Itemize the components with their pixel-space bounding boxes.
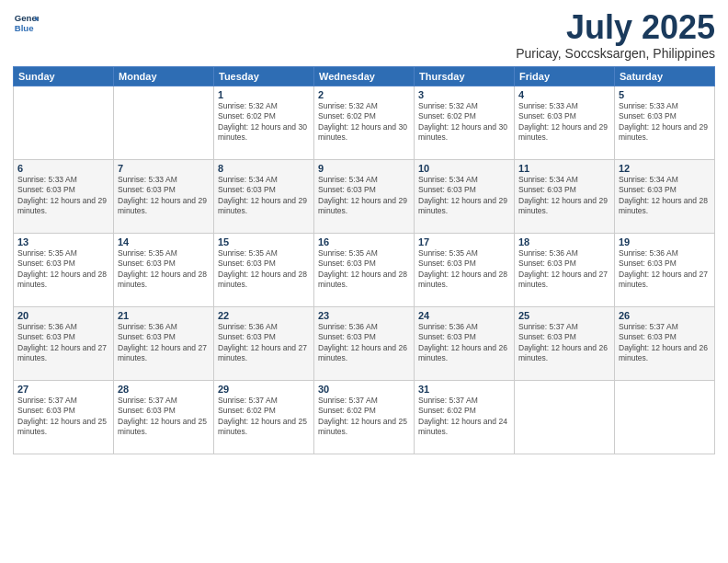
svg-text:Blue: Blue	[15, 23, 34, 33]
calendar-cell: 24Sunrise: 5:36 AM Sunset: 6:03 PM Dayli…	[415, 306, 515, 380]
day-info: Sunrise: 5:34 AM Sunset: 6:03 PM Dayligh…	[518, 175, 610, 217]
calendar-cell: 8Sunrise: 5:34 AM Sunset: 6:03 PM Daylig…	[214, 159, 314, 233]
day-info: Sunrise: 5:34 AM Sunset: 6:03 PM Dayligh…	[218, 175, 310, 217]
calendar-cell: 21Sunrise: 5:36 AM Sunset: 6:03 PM Dayli…	[114, 306, 214, 380]
day-number: 10	[418, 163, 510, 174]
page: General Blue July 2025 Puricay, Soccsksa…	[0, 0, 728, 563]
day-number: 8	[218, 163, 310, 174]
day-info: Sunrise: 5:37 AM Sunset: 6:02 PM Dayligh…	[218, 396, 310, 438]
day-number: 28	[118, 384, 210, 395]
calendar-cell: 16Sunrise: 5:35 AM Sunset: 6:03 PM Dayli…	[314, 233, 415, 306]
day-info: Sunrise: 5:37 AM Sunset: 6:03 PM Dayligh…	[17, 396, 109, 438]
logo: General Blue	[13, 9, 39, 35]
main-title: July 2025	[516, 9, 715, 46]
title-block: July 2025 Puricay, Soccsksargen, Philipp…	[516, 9, 715, 61]
day-number: 17	[418, 236, 510, 247]
day-number: 27	[17, 384, 109, 395]
day-number: 1	[218, 89, 310, 100]
day-info: Sunrise: 5:33 AM Sunset: 6:03 PM Dayligh…	[17, 175, 109, 217]
calendar-cell: 27Sunrise: 5:37 AM Sunset: 6:03 PM Dayli…	[14, 380, 114, 454]
calendar-cell: 4Sunrise: 5:33 AM Sunset: 6:03 PM Daylig…	[515, 86, 615, 159]
calendar-cell: 9Sunrise: 5:34 AM Sunset: 6:03 PM Daylig…	[314, 159, 415, 233]
day-number: 22	[218, 310, 310, 321]
calendar-cell: 7Sunrise: 5:33 AM Sunset: 6:03 PM Daylig…	[114, 159, 214, 233]
day-info: Sunrise: 5:32 AM Sunset: 6:02 PM Dayligh…	[418, 101, 510, 144]
day-number: 2	[318, 89, 410, 100]
day-info: Sunrise: 5:37 AM Sunset: 6:02 PM Dayligh…	[318, 396, 410, 438]
day-info: Sunrise: 5:35 AM Sunset: 6:03 PM Dayligh…	[17, 248, 109, 291]
day-number: 25	[518, 310, 610, 321]
day-info: Sunrise: 5:36 AM Sunset: 6:03 PM Dayligh…	[318, 322, 410, 364]
calendar-cell	[515, 380, 615, 454]
day-number: 13	[17, 236, 109, 247]
day-info: Sunrise: 5:36 AM Sunset: 6:03 PM Dayligh…	[518, 248, 610, 291]
day-number: 7	[118, 163, 210, 174]
calendar-table: SundayMondayTuesdayWednesdayThursdayFrid…	[13, 66, 715, 454]
day-number: 9	[318, 163, 410, 174]
day-info: Sunrise: 5:33 AM Sunset: 6:03 PM Dayligh…	[118, 175, 210, 217]
weekday-header-saturday: Saturday	[615, 66, 715, 86]
calendar-cell: 11Sunrise: 5:34 AM Sunset: 6:03 PM Dayli…	[515, 159, 615, 233]
day-number: 11	[518, 163, 610, 174]
calendar-cell: 1Sunrise: 5:32 AM Sunset: 6:02 PM Daylig…	[214, 86, 314, 159]
day-number: 12	[619, 163, 711, 174]
day-info: Sunrise: 5:36 AM Sunset: 6:03 PM Dayligh…	[17, 322, 109, 364]
day-info: Sunrise: 5:34 AM Sunset: 6:03 PM Dayligh…	[418, 175, 510, 217]
day-number: 23	[318, 310, 410, 321]
calendar-cell: 31Sunrise: 5:37 AM Sunset: 6:02 PM Dayli…	[415, 380, 515, 454]
day-number: 14	[118, 236, 210, 247]
day-info: Sunrise: 5:37 AM Sunset: 6:03 PM Dayligh…	[619, 322, 711, 364]
day-info: Sunrise: 5:33 AM Sunset: 6:03 PM Dayligh…	[619, 101, 711, 144]
day-info: Sunrise: 5:36 AM Sunset: 6:03 PM Dayligh…	[619, 248, 711, 291]
weekday-header-sunday: Sunday	[14, 66, 114, 86]
calendar-cell: 26Sunrise: 5:37 AM Sunset: 6:03 PM Dayli…	[615, 306, 715, 380]
calendar-cell	[615, 380, 715, 454]
calendar-cell: 3Sunrise: 5:32 AM Sunset: 6:02 PM Daylig…	[415, 86, 515, 159]
calendar-cell: 2Sunrise: 5:32 AM Sunset: 6:02 PM Daylig…	[314, 86, 415, 159]
calendar-cell: 25Sunrise: 5:37 AM Sunset: 6:03 PM Dayli…	[515, 306, 615, 380]
calendar-cell: 30Sunrise: 5:37 AM Sunset: 6:02 PM Dayli…	[314, 380, 415, 454]
calendar-cell: 12Sunrise: 5:34 AM Sunset: 6:03 PM Dayli…	[615, 159, 715, 233]
day-number: 3	[418, 89, 510, 100]
calendar-cell: 6Sunrise: 5:33 AM Sunset: 6:03 PM Daylig…	[14, 159, 114, 233]
day-info: Sunrise: 5:37 AM Sunset: 6:03 PM Dayligh…	[118, 396, 210, 438]
calendar-cell: 14Sunrise: 5:35 AM Sunset: 6:03 PM Dayli…	[114, 233, 214, 306]
calendar-cell: 18Sunrise: 5:36 AM Sunset: 6:03 PM Dayli…	[515, 233, 615, 306]
day-number: 29	[218, 384, 310, 395]
day-info: Sunrise: 5:37 AM Sunset: 6:02 PM Dayligh…	[418, 396, 510, 438]
day-number: 19	[619, 236, 711, 247]
week-row-4: 20Sunrise: 5:36 AM Sunset: 6:03 PM Dayli…	[14, 306, 715, 380]
weekday-header-row: SundayMondayTuesdayWednesdayThursdayFrid…	[14, 66, 715, 86]
day-info: Sunrise: 5:32 AM Sunset: 6:02 PM Dayligh…	[318, 101, 410, 144]
calendar-cell: 20Sunrise: 5:36 AM Sunset: 6:03 PM Dayli…	[14, 306, 114, 380]
day-info: Sunrise: 5:36 AM Sunset: 6:03 PM Dayligh…	[118, 322, 210, 364]
weekday-header-monday: Monday	[114, 66, 214, 86]
day-number: 26	[619, 310, 711, 321]
day-number: 5	[619, 89, 711, 100]
calendar-cell: 22Sunrise: 5:36 AM Sunset: 6:03 PM Dayli…	[214, 306, 314, 380]
day-number: 6	[17, 163, 109, 174]
calendar-cell: 5Sunrise: 5:33 AM Sunset: 6:03 PM Daylig…	[615, 86, 715, 159]
day-number: 15	[218, 236, 310, 247]
day-info: Sunrise: 5:35 AM Sunset: 6:03 PM Dayligh…	[418, 248, 510, 291]
day-info: Sunrise: 5:35 AM Sunset: 6:03 PM Dayligh…	[118, 248, 210, 291]
weekday-header-thursday: Thursday	[415, 66, 515, 86]
day-number: 18	[518, 236, 610, 247]
subtitle: Puricay, Soccsksargen, Philippines	[516, 46, 715, 61]
header: General Blue July 2025 Puricay, Soccsksa…	[13, 9, 715, 61]
weekday-header-friday: Friday	[515, 66, 615, 86]
calendar-cell: 28Sunrise: 5:37 AM Sunset: 6:03 PM Dayli…	[114, 380, 214, 454]
day-number: 20	[17, 310, 109, 321]
calendar-cell: 13Sunrise: 5:35 AM Sunset: 6:03 PM Dayli…	[14, 233, 114, 306]
day-info: Sunrise: 5:34 AM Sunset: 6:03 PM Dayligh…	[619, 175, 711, 217]
calendar-cell	[14, 86, 114, 159]
logo-icon: General Blue	[13, 9, 39, 35]
calendar-cell: 23Sunrise: 5:36 AM Sunset: 6:03 PM Dayli…	[314, 306, 415, 380]
svg-text:General: General	[15, 13, 39, 23]
day-info: Sunrise: 5:34 AM Sunset: 6:03 PM Dayligh…	[318, 175, 410, 217]
day-number: 16	[318, 236, 410, 247]
day-info: Sunrise: 5:32 AM Sunset: 6:02 PM Dayligh…	[218, 101, 310, 144]
day-info: Sunrise: 5:36 AM Sunset: 6:03 PM Dayligh…	[418, 322, 510, 364]
day-info: Sunrise: 5:37 AM Sunset: 6:03 PM Dayligh…	[518, 322, 610, 364]
day-number: 4	[518, 89, 610, 100]
